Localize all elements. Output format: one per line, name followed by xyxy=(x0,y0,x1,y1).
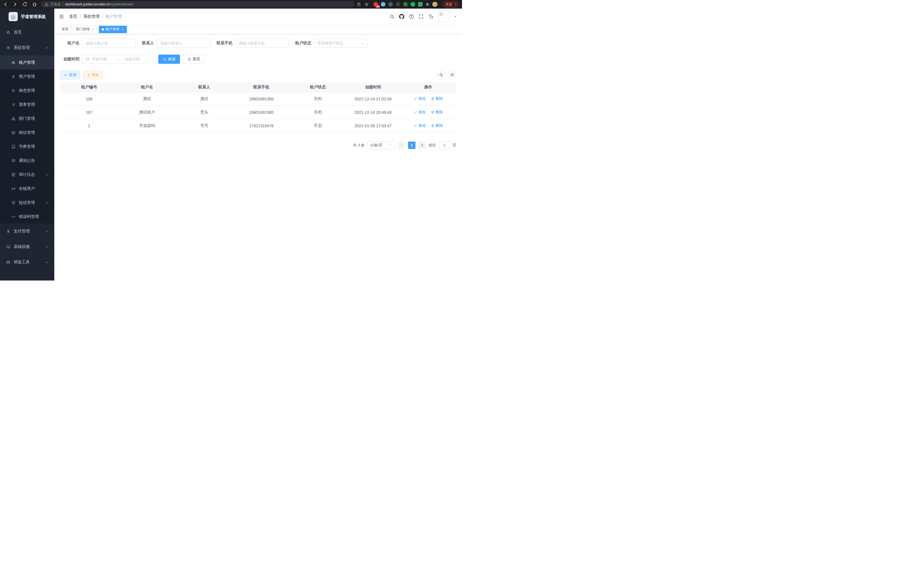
browser-back-icon[interactable] xyxy=(3,2,8,7)
sidebar-item-infra[interactable]: 基础设施 xyxy=(0,239,54,254)
avatar[interactable] xyxy=(438,11,449,22)
close-icon[interactable] xyxy=(92,28,94,31)
goto-page-input[interactable] xyxy=(439,141,450,149)
github-icon[interactable] xyxy=(399,14,404,19)
extension-icon[interactable] xyxy=(396,2,400,7)
filter-contact: 联系人 xyxy=(142,39,210,48)
breadcrumb-home[interactable]: 首页 xyxy=(69,14,77,19)
sidebar-item-notice[interactable]: 通知公告 xyxy=(0,153,54,168)
column-contact: 联系人 xyxy=(176,82,233,92)
search-icon[interactable] xyxy=(389,14,394,19)
edit-button[interactable]: 修改 xyxy=(414,96,426,101)
contact-input[interactable] xyxy=(157,39,210,48)
sidebar-item-menu[interactable]: 菜单管理 xyxy=(0,98,54,111)
logo-image xyxy=(9,12,18,21)
sidebar-item-auditlog[interactable]: 审计日志 xyxy=(0,168,54,182)
status-select[interactable]: 请选择租户状态 xyxy=(314,39,368,48)
sidebar-item-online[interactable]: 在线用户 xyxy=(0,182,54,196)
sidebar-item-label: 错误码管理 xyxy=(19,214,39,219)
phone-label: 联系手机 xyxy=(217,41,236,46)
chevron-right-icon xyxy=(420,143,424,147)
extension-icon[interactable] xyxy=(381,2,386,7)
browser-home-icon[interactable] xyxy=(32,2,37,7)
tenant-table: 租户编号 租户名 联系人 联系手机 租户状态 创建时间 操作 108 测试 xyxy=(60,82,456,133)
address-bar[interactable]: 不安全 dashboard.yudao.iocoder.cn/system/te… xyxy=(41,1,355,8)
bookmark-star-icon[interactable] xyxy=(364,2,369,6)
extension-icon[interactable] xyxy=(388,2,393,7)
goto-label: 前往 xyxy=(429,143,436,148)
filter-tenant-name: 租户名 xyxy=(60,39,136,48)
navbar: 首页 / 系统管理 / 租户管理 xyxy=(54,9,462,25)
pagination-total: 共 3 条 xyxy=(353,143,364,148)
delete-button[interactable]: 删除 xyxy=(431,96,443,101)
page-size-value: 10条/页 xyxy=(370,143,382,148)
cell-status: 开启 xyxy=(290,119,346,132)
fullscreen-icon[interactable] xyxy=(418,14,424,19)
refresh-table-button[interactable] xyxy=(448,71,456,79)
search-button[interactable]: 搜索 xyxy=(158,55,180,64)
reset-button[interactable]: 重置 xyxy=(183,55,205,64)
chevron-down-icon xyxy=(361,41,364,45)
sidebar-item-payment[interactable]: 支付管理 xyxy=(0,224,54,239)
browser-menu-dots-icon[interactable] xyxy=(454,2,458,6)
sidebar-item-devtools[interactable]: 研发工具 xyxy=(0,254,54,270)
sidebar-item-home[interactable]: 首页 xyxy=(0,25,54,40)
tab-tenant[interactable]: 租户管理 xyxy=(99,26,127,33)
screen: 不安全 dashboard.yudao.iocoder.cn/system/te… xyxy=(0,0,462,281)
next-page-button[interactable] xyxy=(418,141,426,149)
avatar-caret-down-icon[interactable] xyxy=(454,15,457,18)
extension-icon[interactable] xyxy=(403,2,408,7)
phone-input[interactable] xyxy=(236,39,289,48)
tab-label: 租户管理 xyxy=(106,27,119,32)
sidebar-item-dept[interactable]: 部门管理 xyxy=(0,111,54,126)
browser-update-button[interactable]: 更新 xyxy=(442,1,459,8)
cell-actions: 修改 删除 xyxy=(400,105,456,119)
profile-avatar-icon[interactable] xyxy=(432,2,437,7)
sidebar-item-errorcode[interactable]: 错误码管理 xyxy=(0,210,54,224)
export-button[interactable]: 导出 xyxy=(83,71,103,79)
delete-button[interactable]: 删除 xyxy=(431,110,443,115)
sidebar-item-dict[interactable]: 字典管理 xyxy=(0,140,54,153)
sidebar-item-system[interactable]: 系统管理 xyxy=(0,40,54,56)
table-row: 107 测试租户 秃头 15601691300 关闭 2021-12-14 20… xyxy=(60,105,456,119)
date-range-picker[interactable]: 开始日期 - 结束日期 xyxy=(82,55,148,64)
date-range-separator: - xyxy=(115,57,122,62)
calendar-icon xyxy=(86,57,89,61)
page-size-select[interactable]: 10条/页 xyxy=(368,141,395,149)
sidebar-item-tenant[interactable]: 租户管理 xyxy=(0,56,54,69)
page-number-1[interactable]: 1 xyxy=(408,141,416,149)
extension-icon[interactable]: 10 xyxy=(374,2,378,7)
extension-icon[interactable] xyxy=(418,2,423,7)
status-label: 租户状态 xyxy=(295,41,314,46)
share-icon[interactable] xyxy=(357,2,361,6)
tags-view-bar: 首页 部门管理 租户管理 xyxy=(54,25,462,34)
help-question-icon[interactable] xyxy=(409,14,414,19)
add-button[interactable]: 新增 xyxy=(60,71,80,79)
extension-icon[interactable] xyxy=(411,2,415,7)
shield-icon xyxy=(11,201,15,205)
edit-button[interactable]: 修改 xyxy=(414,110,426,115)
extensions-puzzle-icon[interactable] xyxy=(425,2,429,6)
font-size-icon[interactable] xyxy=(428,14,434,19)
browser-forward-icon[interactable] xyxy=(13,2,18,7)
tab-label: 部门管理 xyxy=(76,27,90,32)
tab-dept[interactable]: 部门管理 xyxy=(73,26,97,33)
prev-page-button[interactable] xyxy=(398,141,405,149)
sidebar-item-role[interactable]: 角色管理 xyxy=(0,83,54,98)
sidebar-collapse-icon[interactable] xyxy=(59,14,64,19)
tab-home[interactable]: 首页 xyxy=(59,26,71,33)
delete-button[interactable]: 删除 xyxy=(431,123,443,128)
sidebar-item-post[interactable]: 岗位管理 xyxy=(0,126,54,140)
edit-pencil-icon xyxy=(414,97,417,101)
edit-button[interactable]: 修改 xyxy=(414,123,426,128)
tenant-name-input[interactable] xyxy=(82,39,136,48)
sidebar-item-sms[interactable]: 短信管理 xyxy=(0,196,54,210)
browser-reload-icon[interactable] xyxy=(22,2,27,7)
tenant-name-label: 租户名 xyxy=(60,41,80,46)
close-icon[interactable] xyxy=(121,28,124,31)
toggle-search-button[interactable] xyxy=(437,71,446,79)
breadcrumb-system[interactable]: 系统管理 xyxy=(83,14,99,19)
sidebar-item-label: 部门管理 xyxy=(19,116,35,121)
sidebar-item-user[interactable]: 用户管理 xyxy=(0,69,54,83)
refresh-icon xyxy=(450,73,454,77)
